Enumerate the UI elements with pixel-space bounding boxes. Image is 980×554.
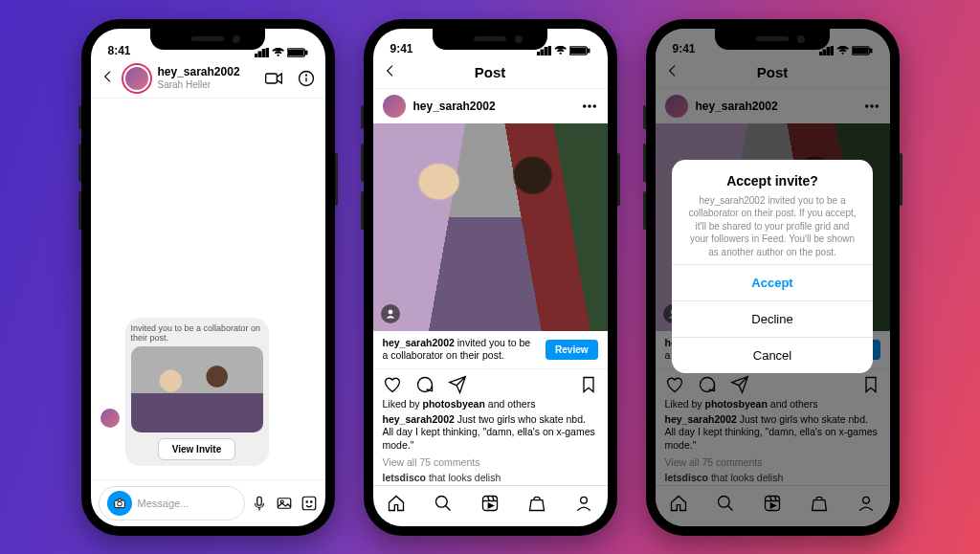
battery-icon [569, 46, 590, 55]
svg-point-28 [593, 105, 595, 107]
decline-button[interactable]: Decline [672, 300, 873, 337]
svg-rect-2 [262, 49, 265, 56]
screen-title: Post [406, 64, 575, 80]
svg-rect-6 [305, 51, 307, 54]
post-actions [373, 369, 608, 396]
notch [433, 29, 547, 50]
info-icon[interactable] [297, 69, 316, 88]
user-block[interactable]: hey_sarah2002 Sarah Heller [158, 66, 256, 89]
svg-rect-5 [289, 50, 303, 55]
invite-post-thumbnail [131, 346, 263, 432]
avatar[interactable] [123, 65, 150, 92]
svg-point-18 [310, 500, 312, 502]
view-invite-button[interactable]: View Invite [158, 438, 236, 460]
review-button[interactable]: Review [546, 340, 597, 360]
save-icon[interactable] [579, 375, 598, 394]
photo-icon[interactable] [276, 495, 293, 512]
svg-rect-20 [541, 50, 544, 55]
profile-tab[interactable] [574, 494, 593, 513]
wifi-icon [554, 46, 567, 55]
accept-button[interactable]: Accept [672, 264, 873, 300]
accept-invite-modal: Accept invite? hey_sarah2002 invited you… [672, 160, 873, 374]
collab-invite-message[interactable]: Invited you to be a collaborator on thei… [125, 318, 269, 466]
svg-rect-25 [588, 49, 590, 52]
svg-rect-3 [266, 48, 269, 57]
status-icons [255, 48, 308, 57]
camera-button[interactable] [107, 491, 132, 516]
dm-display-name: Sarah Heller [158, 79, 256, 90]
wifi-icon [272, 48, 284, 57]
svg-rect-0 [255, 54, 257, 56]
notch [150, 29, 265, 50]
phone-modal: 9:41 Post hey_sarah2002 hey_sarah2002 in… [646, 19, 900, 536]
home-tab[interactable] [387, 494, 406, 513]
post-image[interactable] [373, 123, 608, 331]
svg-rect-13 [256, 497, 261, 505]
signal-icon [255, 48, 269, 57]
collab-text: hey_sarah2002 invited you to be a collab… [383, 337, 539, 362]
dm-header: hey_sarah2002 Sarah Heller [91, 59, 325, 99]
svg-point-36 [581, 497, 588, 503]
svg-rect-16 [302, 497, 316, 510]
svg-rect-7 [265, 74, 277, 83]
invite-text: Invited you to be a collaborator on thei… [131, 323, 263, 343]
svg-rect-19 [537, 53, 540, 55]
top-comment: letsdisco that looks delish [373, 470, 608, 485]
comment-icon[interactable] [415, 375, 434, 394]
notch [715, 29, 830, 50]
svg-rect-24 [571, 48, 586, 53]
post-author[interactable]: hey_sarah2002 [413, 100, 573, 113]
svg-line-31 [446, 505, 451, 510]
tagged-people-icon[interactable] [381, 304, 400, 323]
svg-point-17 [306, 500, 308, 502]
sender-avatar[interactable] [100, 409, 120, 428]
like-icon[interactable] [383, 375, 402, 394]
dm-thread: Invited you to be a collaborator on thei… [91, 99, 325, 479]
avatar[interactable] [383, 95, 406, 118]
modal-title: Accept invite? [685, 173, 859, 188]
message-input[interactable]: Message... [138, 498, 236, 509]
tab-bar [373, 485, 608, 526]
svg-line-35 [493, 496, 495, 500]
svg-point-27 [588, 105, 590, 107]
svg-point-12 [117, 501, 122, 506]
caption: hey_sarah2002 Just two girls who skate n… [373, 411, 608, 454]
reels-tab[interactable] [480, 494, 500, 513]
svg-rect-21 [545, 48, 547, 55]
modal-body: hey_sarah2002 invited you to be a collab… [685, 194, 859, 259]
status-time: 9:41 [390, 42, 413, 55]
svg-rect-22 [548, 46, 551, 55]
search-tab[interactable] [434, 494, 453, 513]
svg-point-30 [436, 496, 448, 507]
phone-post: 9:41 Post hey_sarah2002 hey_sarah2002 [364, 19, 617, 536]
status-icons [537, 46, 590, 55]
more-icon[interactable] [581, 98, 598, 115]
svg-rect-1 [258, 52, 261, 57]
view-comments[interactable]: View all 75 comments [373, 454, 608, 470]
post-author-row: hey_sarah2002 [373, 89, 608, 123]
back-button[interactable] [100, 69, 116, 88]
likes-line[interactable]: Liked by photosbyean and others [373, 396, 608, 411]
composer-field[interactable]: Message... [99, 486, 245, 521]
svg-line-34 [488, 496, 490, 500]
dm-username: hey_sarah2002 [158, 66, 256, 78]
shop-tab[interactable] [527, 494, 546, 513]
microphone-icon[interactable] [251, 495, 268, 512]
battery-icon [287, 48, 308, 57]
message-composer: Message... [91, 479, 325, 526]
status-time: 8:41 [108, 44, 131, 57]
sticker-icon[interactable] [301, 495, 318, 512]
svg-point-29 [389, 310, 392, 314]
collab-banner: hey_sarah2002 invited you to be a collab… [373, 331, 608, 368]
svg-point-10 [305, 75, 306, 76]
phone-dm: 8:41 hey_sarah2002 Sarah Heller Invited … [81, 19, 335, 536]
share-icon[interactable] [448, 375, 467, 394]
svg-point-26 [583, 105, 585, 107]
video-call-icon[interactable] [264, 69, 283, 88]
svg-rect-14 [278, 498, 291, 508]
post-nav: Post [373, 57, 608, 89]
back-button[interactable] [383, 63, 398, 82]
svg-rect-32 [483, 496, 498, 510]
cancel-button[interactable]: Cancel [672, 337, 873, 373]
